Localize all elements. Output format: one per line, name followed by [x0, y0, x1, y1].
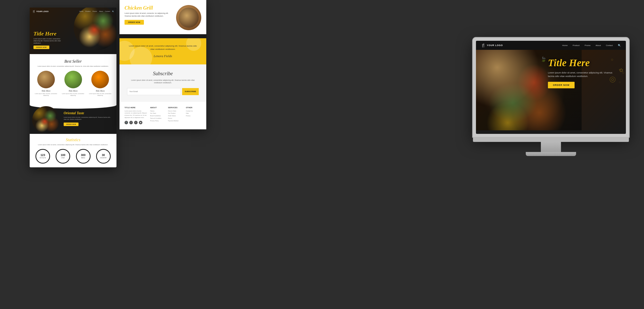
mm-food-circle	[176, 5, 201, 30]
mm-footer-col-2: SERVICES How to Order Our Product Order …	[168, 107, 183, 124]
middle-mockup: Chicken Grill Lorem ipsum dolor sit amet…	[119, 0, 206, 129]
mm-footer-link-privacy2[interactable]: Privacy	[186, 115, 201, 117]
lm-products-list: Title Here Lorem ipsum dolor sit amet, c…	[33, 71, 113, 96]
mm-subscribe-section: Subscribe Lorem ipsum dolor sit amet, co…	[119, 64, 206, 101]
rm-search-icon[interactable]: 🔍	[618, 44, 621, 47]
facebook-icon[interactable]: f	[129, 121, 133, 124]
mm-footer-link-help[interactable]: Help	[186, 112, 201, 115]
mm-footer-col-1: ABOUT History Our Team Brand Guidelines …	[150, 107, 166, 124]
mm-testimonial-text: Lorem ipsum dolor sit amet, consectetur …	[127, 45, 199, 51]
mm-hero-text: Lorem ipsum dolor sit amet, consecte- tu…	[125, 12, 174, 17]
rm-nav-promo[interactable]: Promo	[585, 44, 591, 47]
stat-chef: 100 CHEF	[56, 149, 70, 164]
mm-yellow-section: Lorem ipsum dolor sit amet, consectetur …	[119, 38, 206, 64]
stat-outlets: 123 OUTLETS	[35, 149, 50, 164]
mm-order-btn[interactable]: ORDER NOW	[125, 20, 144, 25]
mm-footer-col-1-title: ABOUT	[150, 107, 166, 108]
rm-order-btn[interactable]: ORDER NOW	[548, 82, 575, 88]
lm-product-1: Title Here Lorem ipsum dolor sit amet, c…	[33, 71, 59, 96]
nav-home[interactable]: Home	[79, 11, 83, 12]
youtube-icon[interactable]: ▶	[139, 121, 142, 124]
rm-hero-content: 🍃 ○ ○ Title Here Lorem ipsum dolor sit a…	[548, 57, 618, 88]
rm-nav-home[interactable]: Home	[562, 44, 568, 47]
rm-logo-text: YOUR LOGO	[487, 44, 503, 47]
circle-deco-1: ○	[611, 57, 613, 62]
mm-social-icons: 📷 f t ▶	[125, 121, 148, 124]
nav-promo[interactable]: Promo	[93, 11, 97, 12]
mm-footer-col-2-title: SERVICES	[168, 107, 183, 108]
mm-footer-link-privacy[interactable]: Privacy Policy	[150, 120, 166, 122]
lm-oriental: Oriental Taste Lorem ipsum dolor sit ame…	[30, 101, 116, 134]
rm-nav-product[interactable]: Product	[573, 44, 580, 47]
stat-menu-number: 300	[81, 154, 85, 157]
top-deco-2: ○	[582, 65, 583, 68]
lm-bestseller-title: Best Seller	[33, 59, 113, 64]
lm-hero-content: Title Here Lorem ipsum dolor sit amet, c…	[33, 31, 66, 49]
mm-footer: TITLE HERE Lorem ipsum dolor sit amet, c…	[119, 101, 206, 129]
twitter-icon[interactable]: t	[134, 121, 138, 124]
mm-footer-link-order-status[interactable]: Order Status	[168, 115, 183, 117]
lm-oriental-food	[32, 106, 60, 134]
mm-hero-top: Chicken Grill Lorem ipsum dolor sit amet…	[125, 5, 201, 30]
stat-country-number: 30	[102, 154, 105, 157]
instagram-icon[interactable]: 📷	[125, 121, 128, 124]
mm-footer-link-terms[interactable]: Terms & Condition	[150, 117, 166, 120]
lm-product-3-image	[91, 71, 109, 88]
mm-footer-link-how-to-order[interactable]: How to Order	[168, 110, 183, 112]
mm-footer-col-0-title: TITLE HERE	[125, 107, 148, 108]
mm-subscribe-text: Lorem ipsum dolor sit amet, consectetur …	[127, 79, 199, 84]
lm-hero-text: Lorem ipsum dolor sit amet, consectetur …	[33, 38, 66, 44]
rm-navigation: 🍴 YOUR LOGO Home Product Promo About Con…	[476, 41, 626, 50]
rm-logo: 🍴 YOUR LOGO	[481, 43, 503, 47]
lm-product-2: Title Here Lorem ipsum dolor sit amet, c…	[61, 71, 86, 96]
mm-footer-link-history[interactable]: History	[150, 110, 166, 112]
mm-hero-title: Chicken Grill	[125, 5, 174, 11]
lm-stats-text: Lorem ipsum dolor sit amet, consectetur …	[33, 144, 113, 146]
lm-hero-title: Title Here	[33, 31, 66, 37]
lm-product-2-image	[64, 71, 82, 88]
lm-product-2-img-inner	[64, 71, 82, 88]
rm-hero-text: Lorem ipsum dolor sit amet, consectetur …	[548, 71, 618, 78]
mm-footer-link-contact-us[interactable]: Contact Us	[186, 110, 201, 112]
stat-country-label: COUNTRY	[100, 157, 107, 159]
stat-chef-number: 100	[61, 154, 65, 157]
mm-footer-link-payment[interactable]: Payment Method	[168, 120, 183, 122]
lm-hero-order-btn[interactable]: ORDER NOW	[33, 46, 49, 49]
stat-outlets-number: 123	[41, 154, 45, 157]
right-deco-2: ○	[619, 80, 621, 84]
mm-footer-link-our-team[interactable]: Our Team	[150, 112, 166, 115]
mm-email-input[interactable]	[127, 88, 181, 95]
lm-bestseller-subtitle: Lorem ipsum dolor sit amet, consectetur …	[33, 65, 113, 67]
nav-product[interactable]: Product	[85, 11, 91, 12]
lm-logo: 🍴 YOUR LOGO	[32, 10, 49, 13]
stat-chef-label: CHEF	[61, 157, 65, 159]
mm-footer-col-0-text: Lorem ipsum dolor sit amet, consecte- tu…	[125, 110, 148, 119]
lm-oriental-order-btn[interactable]: ORDER NOW	[64, 123, 78, 126]
mm-subscribe-form: SUBSCRIBE	[127, 88, 199, 95]
mm-footer-link-brand[interactable]: Brand Guidelines	[150, 115, 166, 117]
nav-about[interactable]: About	[99, 11, 103, 12]
rm-nav-contact[interactable]: Contact	[606, 44, 613, 47]
search-icon[interactable]: 🔍	[112, 11, 114, 12]
mm-footer-col-3: OTHER Contact Us Help Privacy	[186, 107, 201, 124]
monitor-stand-neck	[541, 142, 561, 152]
rm-nav-about[interactable]: About	[596, 44, 601, 47]
lm-product-2-desc: Lorem ipsum dolor sit amet, consectetur …	[61, 93, 86, 96]
mm-wave-divider	[119, 34, 206, 38]
mm-footer-link-promo[interactable]: Promo	[168, 117, 183, 120]
mm-subscribe-button[interactable]: SUBSCRIBE	[182, 88, 199, 95]
lm-oriental-title: Oriental Taste	[64, 111, 113, 115]
lm-hero: 🍴 YOUR LOGO Home Product Promo About Con…	[30, 8, 116, 54]
monitor-stand-top	[473, 137, 629, 142]
nav-contact[interactable]: Contact	[105, 11, 110, 12]
leaf-deco-icon: 🍃	[540, 56, 547, 62]
mm-subscribe-title: Subscribe	[127, 71, 199, 76]
mm-footer-link-our-product[interactable]: Our Product	[168, 112, 183, 115]
monitor-outer: 🍴 YOUR LOGO Home Product Promo About Con…	[473, 38, 629, 137]
lm-statistics: Statistics Lorem ipsum dolor sit amet, c…	[30, 134, 116, 167]
stat-menu-label: MENU	[81, 157, 85, 159]
stat-menu: 300 MENU	[76, 149, 91, 164]
monitor-base	[526, 152, 576, 156]
mm-yellow-bg-circles	[119, 38, 206, 64]
lm-logo-text: YOUR LOGO	[36, 10, 49, 13]
